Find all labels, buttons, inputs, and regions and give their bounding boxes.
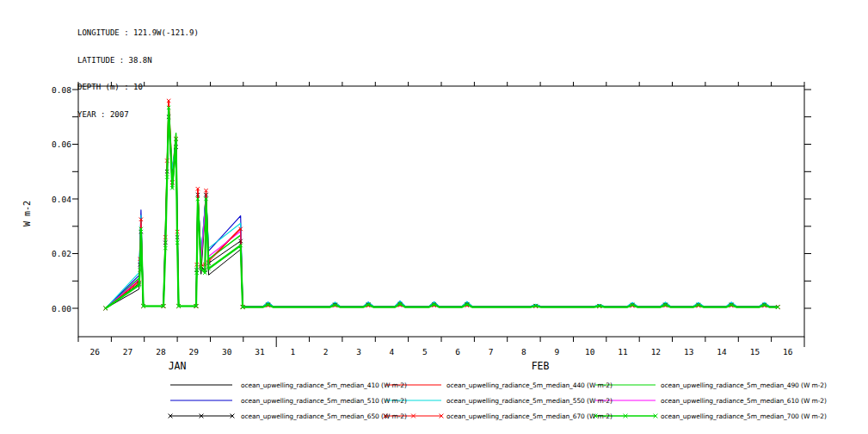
legend-label-650: ocean_upwelling_radiance_5m_median_650 (… <box>241 412 407 420</box>
x-axis-day-label: 6 <box>455 347 460 356</box>
x-axis-day-label: 2 <box>323 347 329 356</box>
x-axis-day-label: 8 <box>521 347 526 356</box>
y-axis-tick-label: 0.00 <box>52 304 71 313</box>
legend-label-490: ocean_upwelling_radiance_5m_median_490 (… <box>661 381 827 389</box>
x-axis-day-label: 7 <box>489 347 494 356</box>
legend-label-510: ocean_upwelling_radiance_5m_median_510 (… <box>241 397 407 405</box>
x-axis-day-label: 31 <box>255 347 265 356</box>
x-axis-day-label: 16 <box>783 347 793 356</box>
y-axis-tick-label: 0.02 <box>52 249 71 258</box>
x-axis-day-label: 10 <box>585 347 595 356</box>
y-axis-tick-label: 0.06 <box>52 140 71 149</box>
x-axis-day-label: 9 <box>554 347 559 356</box>
x-axis-day-label: 11 <box>618 347 628 356</box>
x-axis-day-label: 15 <box>750 347 760 356</box>
y-axis-tick-label: 0.08 <box>52 85 71 95</box>
series-ocean_upwelling_radiance_5m_median_700 <box>106 108 779 308</box>
legend-label-410: ocean_upwelling_radiance_5m_median_410 (… <box>241 381 407 389</box>
y-axis-tick-label: 0.04 <box>52 195 71 204</box>
month-label: JAN <box>169 360 187 372</box>
x-axis-day-label: 12 <box>651 347 661 356</box>
x-axis-day-label: 30 <box>222 347 232 356</box>
x-axis-day-label: 14 <box>717 347 727 356</box>
plot-frame <box>78 86 804 337</box>
legend-label-610: ocean_upwelling_radiance_5m_median_610 (… <box>661 397 827 405</box>
x-axis-day-label: 1 <box>290 347 295 356</box>
x-axis-day-label: 29 <box>189 347 200 356</box>
x-axis-day-label: 4 <box>390 347 395 356</box>
month-label: FEB <box>532 360 550 372</box>
x-axis-day-label: 28 <box>156 347 166 356</box>
legend-label-550: ocean_upwelling_radiance_5m_median_550 (… <box>446 397 613 405</box>
legend-label-670: ocean_upwelling_radiance_5m_median_670 (… <box>446 412 613 420</box>
x-axis-day-label: 27 <box>123 347 132 356</box>
y-axis-title: W m-2 <box>22 201 32 226</box>
legend-label-700: ocean_upwelling_radiance_5m_median_700 (… <box>661 412 827 420</box>
time-series-plot: 26272829303112345678910111213141516JANFE… <box>0 0 868 434</box>
grads-plot-screen: LONGITUDE : 121.9W(-121.9) LATITUDE : 38… <box>0 0 868 434</box>
x-axis-day-label: 13 <box>684 347 693 356</box>
x-axis-day-label: 26 <box>89 347 100 356</box>
legend-label-440: ocean_upwelling_radiance_5m_median_440 (… <box>446 381 613 389</box>
x-axis-day-label: 3 <box>356 347 361 356</box>
x-axis-day-label: 5 <box>422 347 428 356</box>
